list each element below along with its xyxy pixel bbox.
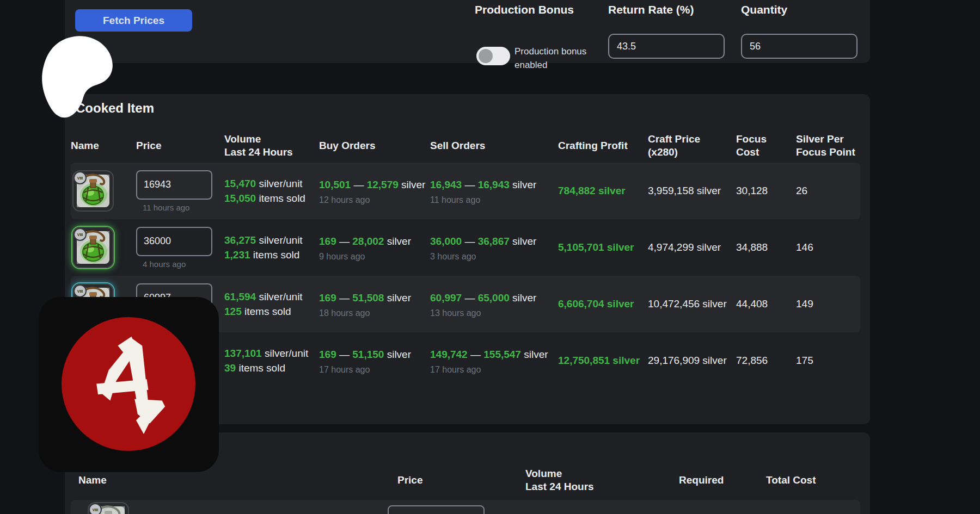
price-input[interactable] <box>136 227 212 256</box>
header-total-cost: Total Cost <box>766 474 860 487</box>
focus-cost: 72,856 <box>736 355 796 367</box>
header-price: Price <box>397 474 525 487</box>
return-rate-input[interactable] <box>608 34 725 59</box>
cooked-table-header: Name Price VolumeLast 24 Hours Buy Order… <box>71 129 860 163</box>
item-name-cell: VIII <box>71 170 136 212</box>
craft-price: 4,974,299 silver <box>648 241 736 253</box>
svg-text:VIII: VIII <box>77 176 83 180</box>
header-buy-orders: Buy Orders <box>319 139 430 152</box>
buy-updated-ago: 9 hours ago <box>319 252 430 262</box>
volume-cell: 137,101 silver/unit 39 items sold <box>224 346 319 375</box>
buy-updated-ago: 17 hours ago <box>319 365 430 375</box>
crafting-profit: 6,606,704 silver <box>558 298 648 310</box>
header-required: Required <box>679 474 766 487</box>
quantity-heading: Quantity <box>741 3 787 16</box>
header-craft-price: Craft Price(x280) <box>648 133 736 159</box>
sell-orders-cell: 149,742 — 155,547 silver 17 hours ago <box>430 347 558 375</box>
ingredient-row[interactable]: VIII <box>71 500 860 514</box>
buy-orders-cell: 10,501 — 12,579 silver 12 hours ago <box>319 177 430 205</box>
header-name: Name <box>71 474 397 487</box>
header-volume: VolumeLast 24 Hours <box>224 133 319 159</box>
buy-orders-cell: 169 — 51,150 silver 17 hours ago <box>319 347 430 375</box>
price-updated-ago: 11 hours ago <box>143 203 224 212</box>
production-bonus-toggle[interactable] <box>476 47 510 65</box>
crafting-profit: 784,882 silver <box>558 185 648 197</box>
svg-text:VIII: VIII <box>77 289 83 293</box>
albion-online-logo <box>39 297 219 472</box>
page: { "theme": { "page_bg": "#121316", "card… <box>0 0 980 514</box>
focus-cost: 34,888 <box>736 241 796 253</box>
header-price: Price <box>136 139 224 152</box>
price-updated-ago: 4 hours ago <box>143 259 224 269</box>
header-focus-cost: FocusCost <box>736 133 796 159</box>
buy-updated-ago: 18 hours ago <box>319 308 430 318</box>
silver-per-focus-point: 149 <box>796 298 860 310</box>
item-icon[interactable]: VIII <box>72 227 114 268</box>
quantity-input[interactable] <box>741 34 857 59</box>
item-price-cell: 11 hours ago <box>136 170 224 212</box>
sell-updated-ago: 13 hours ago <box>430 308 558 318</box>
sell-orders-cell: 16,943 — 16,943 silver 11 hours ago <box>430 177 558 205</box>
header-silver-per-focus: Silver PerFocus Point <box>796 133 860 159</box>
volume-cell: 15,470 silver/unit 15,050 items sold <box>224 176 319 206</box>
item-name-cell: VIII <box>71 227 136 268</box>
toggle-knob-icon <box>479 49 493 63</box>
price-input[interactable] <box>136 170 212 200</box>
crafting-profit: 12,750,851 silver <box>558 355 648 367</box>
item-price-cell: 4 hours ago <box>136 227 224 269</box>
svg-text:VIII: VIII <box>77 233 83 237</box>
crafting-profit: 5,105,701 silver <box>558 241 648 253</box>
sell-updated-ago: 11 hours ago <box>430 195 558 205</box>
ingredient-icon[interactable]: VIII <box>88 502 129 514</box>
svg-text:VIII: VIII <box>93 508 99 512</box>
item-row[interactable]: VIII 4 hours ago 36,275 silver/unit 1,23… <box>71 219 860 276</box>
potion-item-icon: VIII <box>72 170 114 212</box>
production-bonus-heading: Production Bonus <box>475 3 574 16</box>
buy-orders-cell: 169 — 28,002 silver 9 hours ago <box>319 234 430 262</box>
potion-item-icon: VIII <box>72 227 114 268</box>
sell-updated-ago: 17 hours ago <box>430 365 558 375</box>
silver-per-focus-point: 175 <box>796 355 860 367</box>
focus-cost: 30,128 <box>736 185 796 197</box>
craft-price: 10,472,456 silver <box>648 298 736 310</box>
buy-orders-cell: 169 — 51,508 silver 18 hours ago <box>319 290 430 318</box>
fetch-prices-button[interactable]: Fetch Prices <box>75 9 192 32</box>
ingredient-price-input[interactable] <box>388 505 485 514</box>
white-blob-overlay <box>41 34 114 120</box>
volume-cell: 36,275 silver/unit 1,231 items sold <box>224 233 319 262</box>
production-bonus-toggle-label: Production bonus enabled <box>514 45 591 72</box>
buy-updated-ago: 12 hours ago <box>319 195 430 205</box>
silver-per-focus-point: 146 <box>796 241 860 253</box>
silver-per-focus-point: 26 <box>796 185 860 197</box>
sell-orders-cell: 36,000 — 36,867 silver 3 hours ago <box>430 234 558 262</box>
item-row[interactable]: VIII 11 hours ago 15,470 silver/unit 15,… <box>71 163 860 219</box>
toolbar-card: Fetch Prices Production Bonus Production… <box>65 0 870 63</box>
craft-price: 29,176,909 silver <box>648 355 736 367</box>
focus-cost: 44,408 <box>736 298 796 310</box>
item-icon[interactable]: VIII <box>72 170 114 212</box>
volume-cell: 61,594 silver/unit 125 items sold <box>224 289 319 319</box>
craft-price: 3,959,158 silver <box>648 185 736 197</box>
gothic-a-icon <box>90 335 167 434</box>
header-name: Name <box>71 139 136 152</box>
sell-updated-ago: 3 hours ago <box>430 252 558 262</box>
header-sell-orders: Sell Orders <box>430 139 558 152</box>
header-crafting-profit: Crafting Profit <box>558 139 648 152</box>
return-rate-heading: Return Rate (%) <box>608 3 694 16</box>
sell-orders-cell: 60,997 — 65,000 silver 13 hours ago <box>430 290 558 318</box>
header-volume: VolumeLast 24 Hours <box>525 467 679 493</box>
potion-item-icon: VIII <box>88 502 129 514</box>
